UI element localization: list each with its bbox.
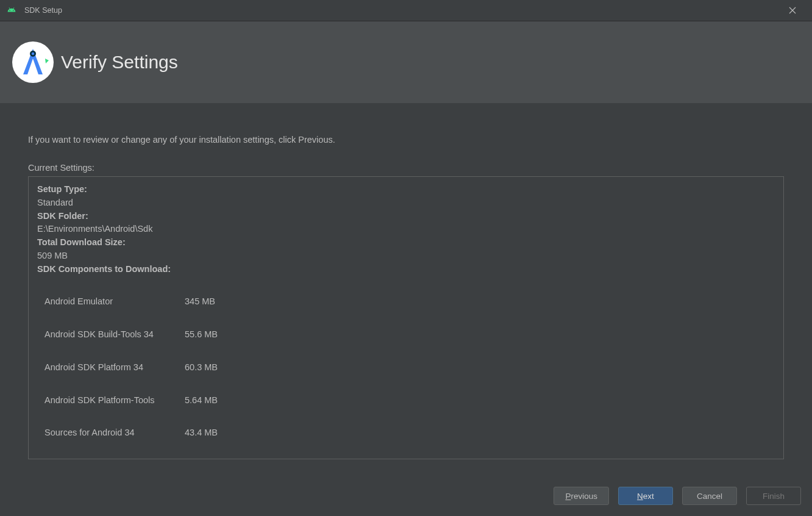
android-studio-logo-icon: [11, 40, 55, 84]
cancel-button[interactable]: Cancel: [682, 487, 737, 505]
component-name: Sources for Android 34: [45, 426, 185, 440]
android-icon: [7, 5, 16, 16]
total-size-label: Total Download Size:: [37, 236, 775, 249]
page-title: Verify Settings: [61, 52, 178, 73]
component-size: 5.64 MB: [185, 394, 246, 407]
svg-point-0: [12, 41, 54, 83]
instruction-text: If you want to review or change any of y…: [28, 135, 784, 145]
component-row: Android SDK Build-Tools 34 55.6 MB: [37, 328, 775, 342]
component-size: 345 MB: [185, 295, 246, 309]
component-row: Android SDK Platform-Tools 5.64 MB: [37, 394, 775, 407]
svg-point-2: [32, 52, 34, 55]
header-banner: Verify Settings: [0, 21, 812, 103]
component-name: Android Emulator: [45, 295, 185, 309]
component-name: Android SDK Build-Tools 34: [45, 328, 185, 342]
titlebar: SDK Setup: [0, 0, 812, 21]
next-button[interactable]: Next: [618, 487, 673, 505]
component-row: Sources for Android 34 43.4 MB: [37, 426, 775, 440]
sdk-folder-label: SDK Folder:: [37, 210, 775, 223]
content-area: If you want to review or change any of y…: [0, 103, 812, 459]
close-button[interactable]: [780, 0, 805, 21]
component-name: Android SDK Platform 34: [45, 361, 185, 374]
setup-type-label: Setup Type:: [37, 183, 775, 196]
component-size: 43.4 MB: [185, 426, 246, 440]
component-row: Android SDK Platform 34 60.3 MB: [37, 361, 775, 374]
component-size: 55.6 MB: [185, 328, 246, 342]
components-table: Android Emulator 345 MB Android SDK Buil…: [37, 295, 775, 440]
current-settings-label: Current Settings:: [28, 163, 784, 173]
settings-panel: Setup Type: Standard SDK Folder: E:\Envi…: [28, 176, 784, 459]
components-label: SDK Components to Download:: [37, 263, 775, 276]
component-size: 60.3 MB: [185, 361, 246, 374]
finish-button: Finish: [746, 487, 801, 505]
window-title: SDK Setup: [24, 6, 780, 15]
total-size-value: 509 MB: [37, 249, 775, 263]
component-name: Android SDK Platform-Tools: [45, 394, 185, 407]
setup-type-value: Standard: [37, 196, 775, 210]
sdk-folder-value: E:\Environments\Android\Sdk: [37, 223, 775, 236]
previous-button[interactable]: Previous: [554, 487, 609, 505]
component-row: Android Emulator 345 MB: [37, 295, 775, 309]
wizard-footer: Previous Next Cancel Finish: [554, 487, 801, 505]
